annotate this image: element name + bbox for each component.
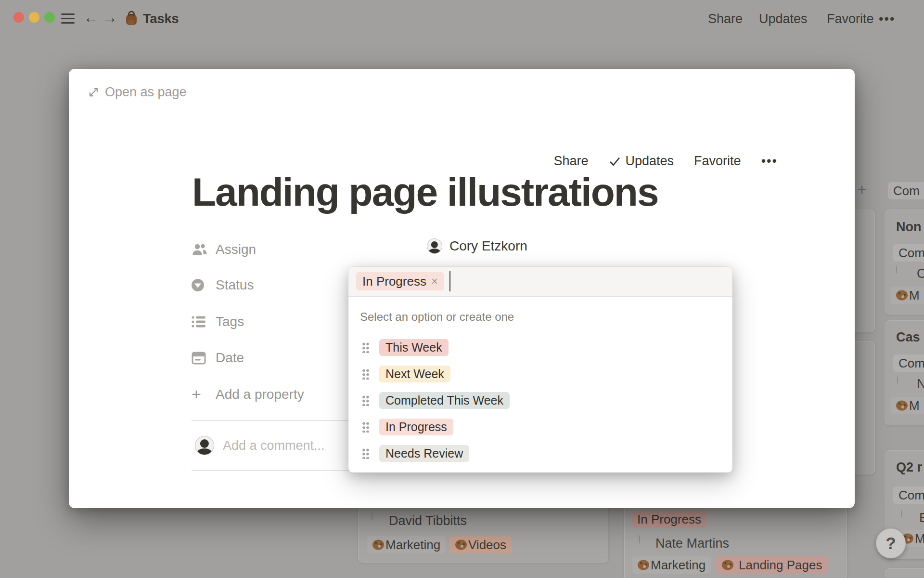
board-card [885, 568, 924, 578]
avatar [897, 375, 898, 384]
plus-icon: + [192, 388, 208, 401]
card-person-name: Nate Martins [655, 536, 729, 551]
card-person-name: C [917, 266, 924, 281]
assign-value[interactable]: Cory Etzkorn [427, 238, 527, 254]
property-row-date[interactable]: Date [192, 348, 244, 368]
status-select-dropdown: In Progress × Select an option or create… [348, 267, 732, 473]
backpack-emoji-icon [125, 11, 138, 26]
comment-row[interactable]: Add a comment... [195, 436, 325, 455]
drag-handle-icon[interactable] [362, 368, 369, 380]
card-status-chip: Com [893, 244, 924, 262]
open-as-page-label: Open as page [105, 85, 187, 100]
forward-arrow-icon[interactable]: → [103, 10, 117, 25]
task-title[interactable]: Landing page illustrations [192, 170, 658, 215]
open-as-page-button[interactable]: Open as page [88, 85, 187, 100]
status-option-chip: In Progress [379, 419, 453, 435]
property-row-tags[interactable]: Tags [192, 312, 244, 331]
card-tag-chip: M [890, 397, 924, 414]
drag-handle-icon[interactable] [362, 421, 369, 433]
status-option-next-week[interactable]: Next Week [348, 362, 732, 386]
card-tag-label: M [915, 531, 924, 546]
modal-updates-label: Updates [626, 154, 674, 169]
status-label: Status [216, 277, 254, 293]
card-title: Non [896, 220, 921, 235]
status-option-this-week[interactable]: This Week [348, 335, 732, 359]
card-person-name: N [917, 377, 924, 392]
palette-emoji-icon [455, 539, 468, 551]
status-option-needs-review[interactable]: Needs Review [348, 441, 732, 465]
card-tag-label: M [909, 398, 920, 413]
status-option-completed-this-week[interactable]: Completed This Week [348, 388, 732, 412]
help-button: ? [876, 528, 906, 558]
drag-handle-icon[interactable] [362, 394, 369, 406]
card-status-label: Com [898, 488, 924, 503]
card-status-chip: Com [893, 355, 924, 372]
assign-label: Assign [216, 242, 256, 257]
people-icon [192, 243, 208, 256]
status-option-chip: Completed This Week [379, 392, 510, 409]
column-header-label: Com [893, 184, 920, 198]
app-window: ← → Tasks Share Updates Favorite ••• + C… [0, 0, 924, 578]
card-tag-label: Videos [468, 538, 506, 552]
card-tag-label: Marketing [385, 538, 440, 552]
avatar [639, 535, 640, 544]
topbar-updates-button[interactable]: Updates [759, 12, 808, 26]
status-option-in-progress[interactable]: In Progress [348, 415, 732, 439]
avatar [896, 265, 897, 274]
avatar [427, 238, 442, 254]
date-label: Date [216, 350, 244, 366]
check-icon [609, 156, 621, 167]
card-tag-chip: M [890, 287, 924, 304]
card-status-chip: Com [893, 486, 924, 504]
status-select-input[interactable]: In Progress × [348, 267, 732, 297]
modal-favorite-button[interactable]: Favorite [694, 154, 741, 169]
topbar-more-button[interactable]: ••• [879, 12, 895, 26]
palette-emoji-icon [721, 559, 735, 571]
property-row-status[interactable]: Status [192, 276, 254, 295]
selected-status-label: In Progress [362, 274, 426, 289]
selected-status-chip: In Progress × [356, 272, 444, 290]
card-tag-label: M [909, 288, 920, 303]
drag-handle-icon[interactable] [362, 342, 369, 353]
card-person-name: E [919, 511, 924, 525]
topbar-share-button[interactable]: Share [708, 12, 743, 26]
card-tag-chip: Videos [449, 536, 512, 553]
modal-actions: Share Updates Favorite ••• [553, 154, 778, 169]
palette-emoji-icon [372, 539, 385, 551]
sidebar-menu-icon[interactable] [61, 13, 75, 24]
topbar-favorite-button[interactable]: Favorite [827, 12, 874, 26]
text-cursor [449, 271, 450, 291]
card-tag-chip: Marketing [367, 536, 446, 553]
card-status-label: Com [898, 246, 924, 261]
avatar [372, 512, 372, 521]
help-question-mark: ? [886, 534, 896, 553]
card-tag-label: Marketing [651, 558, 706, 573]
column-header-chip: Com [888, 182, 924, 199]
card-tag-chip: Marketing [632, 556, 711, 574]
card-status-chip: In Progress [632, 511, 706, 528]
calendar-icon [192, 351, 208, 365]
remove-tag-icon[interactable]: × [431, 275, 438, 288]
card-title: Q2 r [896, 460, 922, 475]
assignee-name: Cory Etzkorn [449, 238, 527, 254]
property-row-assign[interactable]: Assign [192, 240, 256, 259]
add-property-label: Add a property [216, 387, 304, 402]
palette-emoji-icon [896, 289, 909, 301]
expand-diagonal-icon [88, 87, 99, 98]
palette-emoji-icon [637, 559, 651, 571]
traffic-light-zoom[interactable] [44, 12, 55, 23]
modal-updates-button[interactable]: Updates [609, 154, 674, 169]
traffic-light-close[interactable] [13, 12, 24, 23]
board-background: + Com Non Com C M Cas Com N M Q2 r [0, 0, 924, 9]
card-title: Cas [896, 330, 920, 345]
modal-more-button[interactable]: ••• [761, 154, 778, 169]
traffic-light-minimize[interactable] [29, 12, 39, 23]
back-arrow-icon[interactable]: ← [84, 10, 99, 25]
status-option-chip: Needs Review [379, 445, 469, 462]
modal-share-button[interactable]: Share [553, 154, 588, 169]
tags-label: Tags [216, 314, 244, 329]
add-property-button[interactable]: + Add a property [192, 385, 304, 404]
add-card-plus-icon: + [857, 181, 867, 197]
drag-handle-icon[interactable] [362, 447, 369, 459]
list-icon [192, 315, 208, 328]
